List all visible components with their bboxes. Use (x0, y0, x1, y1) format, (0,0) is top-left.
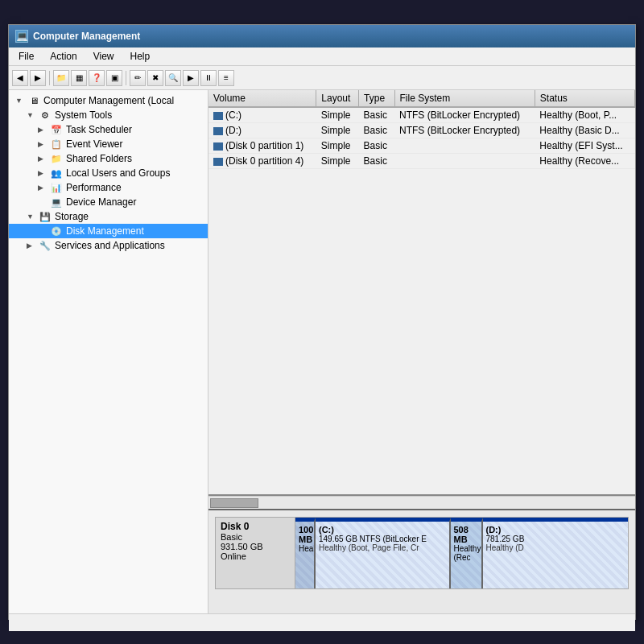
local-users-icon: 👥 (49, 167, 64, 179)
sidebar-item-device-manager[interactable]: 💻 Device Manager (9, 195, 208, 209)
expand-services: ▶ (27, 242, 38, 250)
main-content: ▼ 🖥 Computer Management (Local ▼ ⚙ Syste… (9, 90, 635, 613)
expand-storage: ▼ (27, 213, 38, 221)
sidebar-item-disk-management[interactable]: 💿 Disk Management (9, 224, 208, 238)
menu-file[interactable]: File (12, 49, 40, 64)
help-button[interactable]: ❓ (89, 70, 105, 86)
sidebar-item-services[interactable]: ▶ 🔧 Services and Applications (9, 238, 208, 253)
partition-3[interactable]: (D:) 781.25 GB Healthy (D (483, 518, 629, 588)
cell-type: Basic (359, 154, 394, 169)
cell-layout: Simple (316, 154, 359, 169)
task-scheduler-icon: 📅 (49, 124, 64, 135)
partition-0[interactable]: 100 MB Healthy (295, 518, 316, 588)
col-volume[interactable]: Volume (208, 90, 316, 107)
forward-button[interactable]: ▶ (30, 70, 46, 86)
col-layout[interactable]: Layout (316, 90, 359, 107)
sidebar-item-shared-folders[interactable]: ▶ 📁 Shared Folders (9, 151, 208, 166)
table-row[interactable]: (Disk 0 partition 1) Simple Basic Health… (208, 138, 635, 154)
partition-size: 149.65 GB NTFS (BitLocker E (319, 535, 446, 543)
sidebar: ▼ 🖥 Computer Management (Local ▼ ⚙ Syste… (9, 90, 208, 613)
sidebar-item-local-users[interactable]: ▶ 👥 Local Users and Groups (9, 166, 208, 180)
storage-icon: 💾 (38, 211, 52, 222)
computer-management-window: 💻 Computer Management FileActionViewHelp… (8, 24, 636, 620)
disk-management-icon: 💿 (49, 225, 64, 237)
right-panel: Volume Layout Type File System Status (C… (208, 90, 635, 613)
grid-button[interactable]: ▦ (71, 70, 87, 86)
table-row[interactable]: (C:) Simple Basic NTFS (BitLocker Encryp… (208, 107, 635, 123)
col-status[interactable]: Status (535, 90, 634, 107)
cell-layout: Simple (316, 138, 359, 154)
sidebar-item-task-scheduler[interactable]: ▶ 📅 Task Scheduler (9, 122, 208, 137)
sidebar-item-performance[interactable]: ▶ 📊 Performance (9, 180, 208, 195)
local-users-label: Local Users and Groups (66, 167, 170, 179)
col-filesystem[interactable]: File System (394, 90, 535, 107)
toolbar-sep-2 (126, 71, 126, 85)
delete-button[interactable]: ✖ (147, 70, 163, 86)
task-scheduler-label: Task Scheduler (66, 124, 132, 135)
disk-management-label: Disk Management (66, 225, 144, 237)
sidebar-item-event-viewer[interactable]: ▶ 📋 Event Viewer (9, 137, 208, 151)
edit-button[interactable]: ✏ (130, 70, 146, 86)
shared-folders-label: Shared Folders (66, 153, 132, 164)
sidebar-item-root[interactable]: ▼ 🖥 Computer Management (Local (9, 93, 208, 108)
col-type[interactable]: Type (359, 90, 394, 107)
disk-map-area: Disk 0 Basic 931.50 GB Online 100 MB Hea… (208, 509, 635, 613)
performance-label: Performance (66, 182, 122, 193)
partition-1[interactable]: (C:) 149.65 GB NTFS (BitLocker E Healthy… (316, 518, 451, 588)
app-icon: 💻 (15, 30, 28, 43)
disk-0-label: Disk 0 Basic 931.50 GB Online (215, 517, 295, 589)
expand-root: ▼ (15, 97, 27, 105)
expand-event-viewer: ▶ (38, 140, 49, 148)
partition-detail: Healthy (Boot, Page File, Cr (319, 543, 446, 552)
root-label: Computer Management (Local (43, 95, 174, 106)
back-button[interactable]: ◀ (12, 70, 28, 86)
cell-filesystem: NTFS (BitLocker Encrypted) (394, 107, 535, 123)
partition-name: 100 MB (299, 525, 311, 544)
cell-volume: (C:) (208, 107, 316, 123)
search-button[interactable]: 🔍 (165, 70, 181, 86)
performance-icon: 📊 (49, 182, 64, 193)
root-icon: 🖥 (27, 95, 41, 106)
view-button[interactable]: ▣ (106, 70, 122, 86)
window-title: Computer Management (33, 31, 140, 42)
expand-performance: ▶ (38, 184, 49, 192)
sidebar-item-storage[interactable]: ▼ 💾 Storage (9, 209, 208, 224)
sidebar-item-system-tools[interactable]: ▼ ⚙ System Tools (9, 108, 208, 122)
system-tools-label: System Tools (55, 109, 112, 121)
partition-name: 508 MB (454, 525, 478, 544)
play-button[interactable]: ▶ (183, 70, 199, 86)
services-icon: 🔧 (38, 240, 52, 251)
cell-volume: (Disk 0 partition 1) (208, 138, 316, 154)
list-button[interactable]: ≡ (218, 70, 234, 86)
menu-action[interactable]: Action (43, 49, 83, 64)
folder-button[interactable]: 📁 (53, 70, 69, 86)
table-area[interactable]: Volume Layout Type File System Status (C… (208, 90, 635, 496)
device-manager-icon: 💻 (49, 196, 64, 208)
table-row[interactable]: (Disk 0 partition 4) Simple Basic Health… (208, 154, 635, 169)
partition-detail: Healthy (D (486, 543, 625, 552)
status-bar (9, 613, 635, 631)
scroll-thumb[interactable] (210, 498, 258, 508)
system-tools-icon: ⚙ (38, 109, 52, 121)
partition-name: (D:) (486, 525, 625, 535)
disk-size: 931.50 GB (221, 542, 290, 551)
title-bar: 💻 Computer Management (9, 25, 635, 47)
partition-size: Healthy (Rec (454, 544, 478, 562)
cell-filesystem (394, 154, 535, 169)
horizontal-scrollbar[interactable] (208, 496, 635, 509)
menu-help[interactable]: Help (124, 49, 157, 64)
expand-task-scheduler: ▶ (38, 126, 49, 134)
partition-2[interactable]: 508 MB Healthy (Rec (451, 518, 483, 588)
table-row[interactable]: (D:) Simple Basic NTFS (BitLocker Encryp… (208, 123, 635, 138)
expand-system-tools: ▼ (27, 111, 38, 119)
cell-volume: (Disk 0 partition 4) (208, 154, 316, 169)
volumes-table: Volume Layout Type File System Status (C… (208, 90, 635, 169)
menu-view[interactable]: View (87, 49, 121, 64)
disk-0-row: Disk 0 Basic 931.50 GB Online 100 MB Hea… (215, 517, 629, 589)
cell-status: Healthy (Recove... (535, 154, 634, 169)
pause-button[interactable]: ⏸ (200, 70, 217, 86)
storage-label: Storage (55, 211, 89, 222)
services-label: Services and Applications (55, 240, 165, 251)
cell-type: Basic (359, 138, 394, 154)
expand-local-users: ▶ (38, 169, 49, 177)
